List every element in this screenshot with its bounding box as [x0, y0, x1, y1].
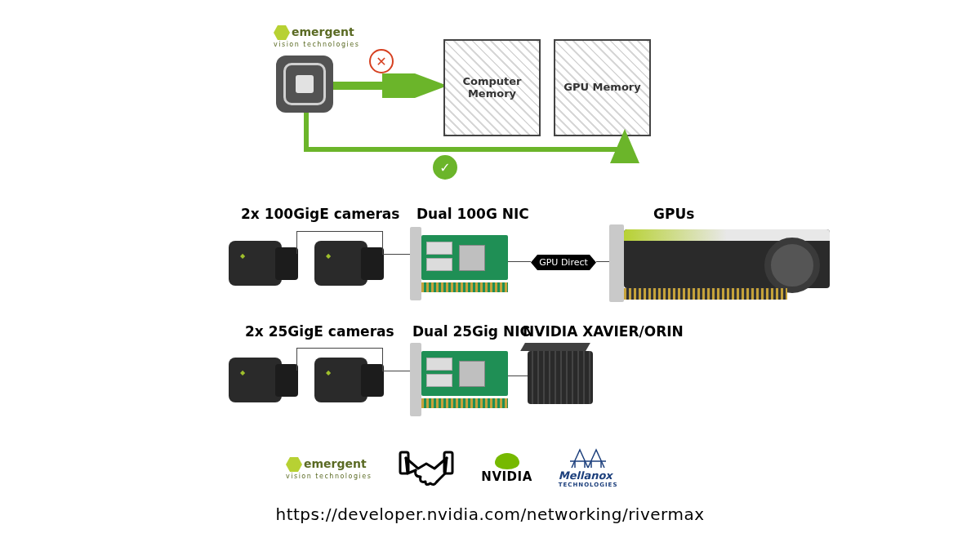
ok-check-glyph: ✓ [439, 160, 450, 176]
gpudirect-label: GPU Direct [539, 257, 588, 268]
nvidia-logo: NVIDIA [481, 446, 532, 491]
row1-nic-label: Dual 100G NIC [416, 206, 529, 222]
row2-cameras-label: 2x 25GigE cameras [245, 323, 394, 340]
gpu-memory-label: GPU Memory [564, 82, 640, 94]
camera-sensor-icon [276, 56, 333, 113]
row2-nic-label: Dual 25Gig NIC [412, 323, 530, 340]
camera-icon: ◆ [314, 349, 384, 408]
svg-rect-2 [444, 452, 452, 473]
emergent-logo-top: emergent vision technologies [274, 24, 359, 48]
fail-badge-icon: ✕ [369, 49, 394, 73]
camera-icon: ◆ [229, 233, 298, 291]
row2-soc-label: NVIDIA XAVIER/ORIN [523, 323, 684, 340]
camera-icon: ◆ [229, 349, 298, 408]
ok-badge-icon: ✓ [433, 155, 457, 180]
handshake-icon [398, 446, 455, 491]
emergent-logo: emergent vision technologies [286, 446, 372, 491]
nic-card-icon [410, 227, 508, 300]
xavier-orin-icon [528, 351, 593, 404]
mellanox-logo: MellanoxTECHNOLOGIES [559, 446, 618, 491]
mellanox-wordmark: Mellanox [559, 469, 612, 482]
bridge-icon [570, 448, 606, 469]
arrow-ok-path [298, 113, 649, 166]
arrow-fail [333, 73, 448, 98]
svg-rect-1 [400, 452, 408, 473]
emergent-tagline: vision technologies [274, 41, 359, 48]
emergent-tagline: vision technologies [286, 473, 372, 480]
hexagon-icon [274, 24, 290, 41]
gpu-card-icon [609, 224, 830, 302]
camera-icon: ◆ [314, 233, 384, 291]
partners-row: emergent vision technologies NVIDIA [286, 446, 617, 491]
hexagon-icon [286, 456, 302, 473]
emergent-wordmark: emergent [304, 457, 367, 470]
reference-url: https://developer.nvidia.com/networking/… [0, 504, 980, 524]
nvidia-wordmark: NVIDIA [481, 469, 532, 484]
diagram-root: emergent vision technologies ✕ Computer … [0, 0, 980, 551]
row1-cameras-label: 2x 100GigE cameras [241, 206, 399, 222]
gpudirect-badge: GPU Direct [531, 255, 596, 270]
fail-x-glyph: ✕ [376, 54, 386, 69]
row1-gpu-label: GPUs [653, 206, 694, 222]
mellanox-tagline: TECHNOLOGIES [559, 482, 618, 488]
computer-memory-label: Computer Memory [445, 76, 539, 100]
emergent-wordmark: emergent [292, 25, 354, 38]
nvidia-eye-icon [495, 453, 519, 469]
nic-card-icon [410, 343, 508, 416]
